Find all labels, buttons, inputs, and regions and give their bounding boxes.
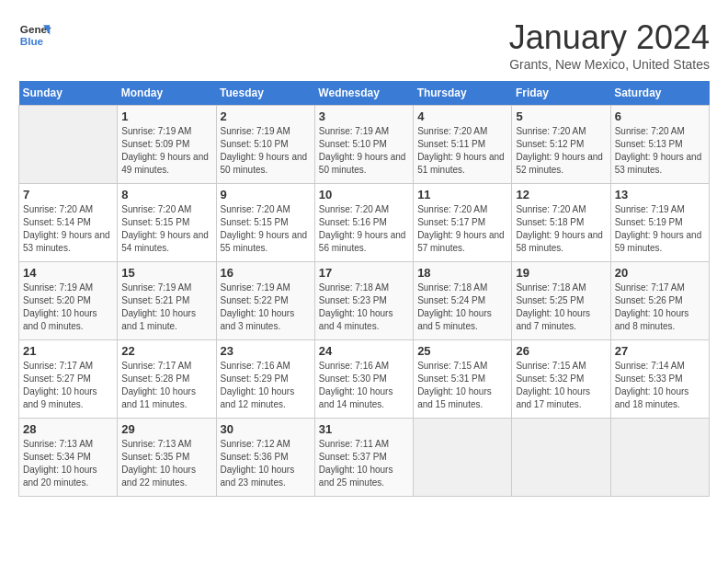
week-row-3: 14Sunrise: 7:19 AMSunset: 5:20 PMDayligh… <box>19 262 710 340</box>
day-detail: Sunrise: 7:11 AMSunset: 5:37 PMDaylight:… <box>319 438 409 489</box>
day-number: 5 <box>516 109 606 123</box>
day-cell: 25Sunrise: 7:15 AMSunset: 5:31 PMDayligh… <box>414 340 512 419</box>
day-detail: Sunrise: 7:20 AMSunset: 5:12 PMDaylight:… <box>516 125 606 177</box>
day-detail: Sunrise: 7:20 AMSunset: 5:14 PMDaylight:… <box>23 203 113 255</box>
day-detail: Sunrise: 7:19 AMSunset: 5:10 PMDaylight:… <box>221 125 311 177</box>
day-cell: 1Sunrise: 7:19 AMSunset: 5:09 PMDaylight… <box>118 106 216 184</box>
week-row-1: 1Sunrise: 7:19 AMSunset: 5:09 PMDaylight… <box>19 106 710 184</box>
day-number: 13 <box>615 188 705 201</box>
day-number: 10 <box>319 188 409 201</box>
day-number: 31 <box>319 422 409 436</box>
day-detail: Sunrise: 7:20 AMSunset: 5:13 PMDaylight:… <box>615 125 705 177</box>
day-number: 20 <box>615 266 705 280</box>
day-cell: 17Sunrise: 7:18 AMSunset: 5:23 PMDayligh… <box>314 262 413 340</box>
calendar-table: SundayMondayTuesdayWednesdayThursdayFrid… <box>18 81 710 497</box>
logo: General Blue <box>18 18 51 52</box>
day-cell: 18Sunrise: 7:18 AMSunset: 5:24 PMDayligh… <box>414 262 512 340</box>
day-number: 8 <box>121 188 211 201</box>
day-number: 11 <box>417 188 507 201</box>
day-detail: Sunrise: 7:15 AMSunset: 5:32 PMDaylight:… <box>516 360 606 411</box>
day-number: 9 <box>221 188 311 201</box>
day-number: 30 <box>221 422 311 436</box>
day-detail: Sunrise: 7:18 AMSunset: 5:24 PMDaylight:… <box>417 282 507 333</box>
day-cell: 23Sunrise: 7:16 AMSunset: 5:29 PMDayligh… <box>216 340 314 419</box>
weekday-header-saturday: Saturday <box>610 81 709 106</box>
day-detail: Sunrise: 7:17 AMSunset: 5:26 PMDaylight:… <box>615 282 705 333</box>
day-cell: 22Sunrise: 7:17 AMSunset: 5:28 PMDayligh… <box>118 340 216 419</box>
day-detail: Sunrise: 7:20 AMSunset: 5:15 PMDaylight:… <box>121 203 211 255</box>
day-cell: 2Sunrise: 7:19 AMSunset: 5:10 PMDaylight… <box>216 106 314 184</box>
calendar-subtitle: Grants, New Mexico, United States <box>509 57 710 72</box>
weekday-header-sunday: Sunday <box>19 81 118 106</box>
day-detail: Sunrise: 7:20 AMSunset: 5:18 PMDaylight:… <box>516 203 606 255</box>
day-number: 25 <box>417 344 507 358</box>
day-cell: 26Sunrise: 7:15 AMSunset: 5:32 PMDayligh… <box>512 340 610 419</box>
day-cell: 4Sunrise: 7:20 AMSunset: 5:11 PMDaylight… <box>414 106 512 184</box>
day-detail: Sunrise: 7:15 AMSunset: 5:31 PMDaylight:… <box>417 360 507 411</box>
day-cell: 21Sunrise: 7:17 AMSunset: 5:27 PMDayligh… <box>19 340 118 419</box>
day-cell: 11Sunrise: 7:20 AMSunset: 5:17 PMDayligh… <box>414 184 512 262</box>
day-detail: Sunrise: 7:17 AMSunset: 5:28 PMDaylight:… <box>121 360 211 411</box>
day-cell: 8Sunrise: 7:20 AMSunset: 5:15 PMDaylight… <box>118 184 216 262</box>
day-detail: Sunrise: 7:16 AMSunset: 5:30 PMDaylight:… <box>319 360 409 411</box>
day-number: 16 <box>221 266 311 280</box>
weekday-header-tuesday: Tuesday <box>216 81 314 106</box>
day-number: 6 <box>615 109 705 123</box>
day-number: 12 <box>516 188 606 201</box>
day-number: 23 <box>221 344 311 358</box>
day-detail: Sunrise: 7:20 AMSunset: 5:16 PMDaylight:… <box>319 203 409 255</box>
week-row-5: 28Sunrise: 7:13 AMSunset: 5:34 PMDayligh… <box>19 419 710 497</box>
day-number: 14 <box>23 266 113 280</box>
day-cell: 24Sunrise: 7:16 AMSunset: 5:30 PMDayligh… <box>314 340 413 419</box>
day-number: 1 <box>121 109 211 123</box>
day-number: 3 <box>319 109 409 123</box>
weekday-header-thursday: Thursday <box>414 81 512 106</box>
day-detail: Sunrise: 7:14 AMSunset: 5:33 PMDaylight:… <box>615 360 705 411</box>
day-cell <box>512 419 610 497</box>
day-number: 15 <box>121 266 211 280</box>
day-cell: 14Sunrise: 7:19 AMSunset: 5:20 PMDayligh… <box>19 262 118 340</box>
day-number: 22 <box>121 344 211 358</box>
day-cell: 12Sunrise: 7:20 AMSunset: 5:18 PMDayligh… <box>512 184 610 262</box>
day-detail: Sunrise: 7:18 AMSunset: 5:23 PMDaylight:… <box>319 282 409 333</box>
week-row-4: 21Sunrise: 7:17 AMSunset: 5:27 PMDayligh… <box>19 340 710 419</box>
day-number: 2 <box>221 109 311 123</box>
day-cell: 31Sunrise: 7:11 AMSunset: 5:37 PMDayligh… <box>314 419 413 497</box>
day-cell <box>414 419 512 497</box>
day-detail: Sunrise: 7:20 AMSunset: 5:11 PMDaylight:… <box>417 125 507 177</box>
day-cell: 30Sunrise: 7:12 AMSunset: 5:36 PMDayligh… <box>216 419 314 497</box>
day-cell: 15Sunrise: 7:19 AMSunset: 5:21 PMDayligh… <box>118 262 216 340</box>
day-number: 26 <box>516 344 606 358</box>
day-number: 7 <box>23 188 113 201</box>
day-number: 29 <box>121 422 211 436</box>
day-number: 28 <box>23 422 113 436</box>
day-detail: Sunrise: 7:20 AMSunset: 5:17 PMDaylight:… <box>417 203 507 255</box>
day-cell: 10Sunrise: 7:20 AMSunset: 5:16 PMDayligh… <box>314 184 413 262</box>
svg-text:Blue: Blue <box>20 35 44 47</box>
day-detail: Sunrise: 7:19 AMSunset: 5:19 PMDaylight:… <box>615 203 705 255</box>
weekday-header-wednesday: Wednesday <box>314 81 413 106</box>
calendar-title: January 2024 <box>509 18 710 57</box>
day-cell: 6Sunrise: 7:20 AMSunset: 5:13 PMDaylight… <box>610 106 709 184</box>
day-detail: Sunrise: 7:13 AMSunset: 5:34 PMDaylight:… <box>23 438 113 489</box>
weekday-header-friday: Friday <box>512 81 610 106</box>
day-cell: 13Sunrise: 7:19 AMSunset: 5:19 PMDayligh… <box>610 184 709 262</box>
logo-icon: General Blue <box>18 18 51 52</box>
weekday-header-row: SundayMondayTuesdayWednesdayThursdayFrid… <box>19 81 710 106</box>
day-cell: 3Sunrise: 7:19 AMSunset: 5:10 PMDaylight… <box>314 106 413 184</box>
day-detail: Sunrise: 7:13 AMSunset: 5:35 PMDaylight:… <box>121 438 211 489</box>
day-detail: Sunrise: 7:17 AMSunset: 5:27 PMDaylight:… <box>23 360 113 411</box>
week-row-2: 7Sunrise: 7:20 AMSunset: 5:14 PMDaylight… <box>19 184 710 262</box>
day-cell: 16Sunrise: 7:19 AMSunset: 5:22 PMDayligh… <box>216 262 314 340</box>
day-number: 17 <box>319 266 409 280</box>
day-cell <box>610 419 709 497</box>
day-detail: Sunrise: 7:19 AMSunset: 5:21 PMDaylight:… <box>121 282 211 333</box>
day-cell: 7Sunrise: 7:20 AMSunset: 5:14 PMDaylight… <box>19 184 118 262</box>
day-number: 24 <box>319 344 409 358</box>
day-cell: 19Sunrise: 7:18 AMSunset: 5:25 PMDayligh… <box>512 262 610 340</box>
title-section: January 2024 Grants, New Mexico, United … <box>509 18 710 72</box>
day-cell: 29Sunrise: 7:13 AMSunset: 5:35 PMDayligh… <box>118 419 216 497</box>
day-cell: 20Sunrise: 7:17 AMSunset: 5:26 PMDayligh… <box>610 262 709 340</box>
day-cell <box>19 106 118 184</box>
day-detail: Sunrise: 7:18 AMSunset: 5:25 PMDaylight:… <box>516 282 606 333</box>
